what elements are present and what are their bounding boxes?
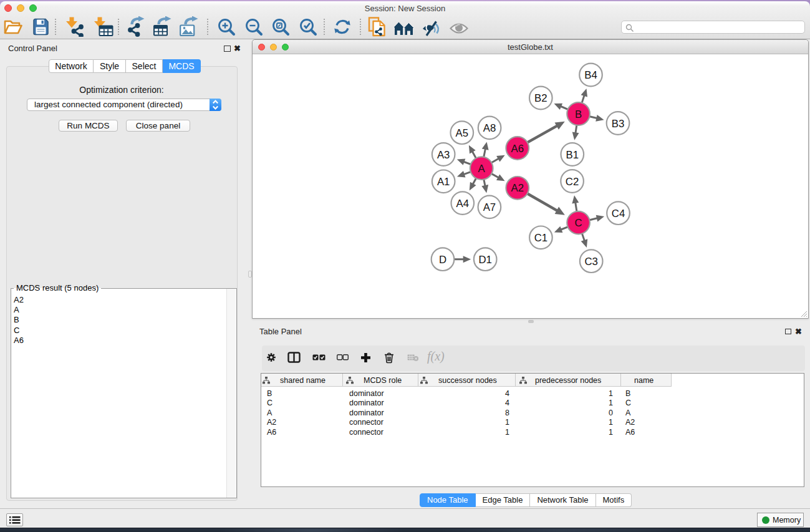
svg-text:B3: B3: [612, 118, 625, 130]
svg-text:C3: C3: [584, 256, 597, 268]
svg-text:A2: A2: [511, 182, 524, 194]
svg-text:C2: C2: [566, 176, 579, 188]
svg-text:A5: A5: [456, 127, 469, 139]
svg-text:D1: D1: [478, 254, 491, 266]
svg-text:A7: A7: [483, 201, 496, 213]
svg-text:B1: B1: [566, 149, 579, 161]
svg-text:A8: A8: [483, 122, 496, 134]
svg-text:C: C: [575, 217, 582, 229]
svg-text:C1: C1: [534, 232, 547, 244]
svg-text:A6: A6: [511, 143, 524, 155]
svg-text:C4: C4: [612, 208, 625, 220]
svg-text:A3: A3: [437, 149, 450, 161]
svg-text:B: B: [575, 109, 582, 120]
svg-text:A: A: [478, 163, 486, 175]
svg-text:A1: A1: [437, 176, 450, 188]
svg-text:B4: B4: [584, 69, 597, 81]
svg-text:D: D: [439, 254, 446, 266]
svg-text:A4: A4: [456, 198, 470, 210]
svg-text:B2: B2: [534, 92, 547, 104]
